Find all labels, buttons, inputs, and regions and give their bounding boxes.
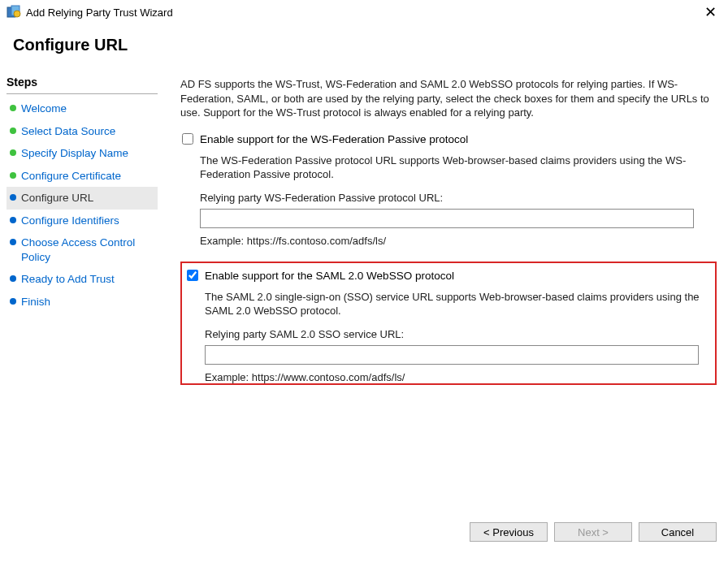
step-item-6[interactable]: Choose Access Control Policy [6, 231, 158, 268]
step-label: Welcome [21, 102, 67, 116]
cancel-button[interactable]: Cancel [639, 522, 717, 542]
step-item-5[interactable]: Configure Identifiers [6, 210, 158, 232]
step-bullet-icon [10, 172, 16, 179]
step-bullet-icon [10, 275, 16, 282]
step-bullet-icon [10, 217, 16, 223]
step-bullet-icon [10, 149, 16, 156]
step-label: Configure Certificate [21, 169, 121, 184]
previous-button[interactable]: < Previous [470, 522, 548, 542]
step-bullet-icon [10, 194, 16, 201]
step-label: Finish [21, 295, 50, 309]
saml-example: Example: https://www.contoso.com/adfs/ls… [205, 371, 710, 383]
step-bullet-icon [10, 105, 16, 111]
titlebar: Add Relying Party Trust Wizard ✕ [0, 0, 728, 24]
steps-header: Steps [6, 72, 158, 94]
close-icon[interactable]: ✕ [700, 5, 720, 19]
step-label: Select Data Source [21, 124, 115, 139]
wsfed-url-label: Relying party WS-Federation Passive prot… [200, 192, 715, 204]
step-bullet-icon [10, 128, 16, 134]
intro-text: AD FS supports the WS-Trust, WS-Federati… [180, 77, 717, 120]
step-label: Configure URL [21, 191, 93, 205]
step-bullet-icon [10, 298, 16, 305]
saml-url-label: Relying party SAML 2.0 SSO service URL: [205, 328, 710, 340]
svg-point-2 [14, 11, 20, 17]
wsfed-checkbox-row[interactable]: Enable support for the WS-Federation Pas… [182, 133, 715, 145]
saml-description: The SAML 2.0 single-sign-on (SSO) servic… [205, 290, 710, 318]
step-item-2[interactable]: Specify Display Name [6, 142, 158, 165]
step-item-8[interactable]: Finish [6, 291, 158, 313]
steps-list: WelcomeSelect Data SourceSpecify Display… [6, 97, 158, 313]
step-item-3[interactable]: Configure Certificate [6, 165, 158, 188]
page-heading: Configure URL [0, 24, 728, 72]
saml-checkbox[interactable] [187, 270, 198, 281]
step-label: Choose Access Control Policy [21, 236, 154, 264]
wsfed-section: Enable support for the WS-Federation Pas… [180, 133, 717, 247]
step-item-0[interactable]: Welcome [6, 97, 158, 120]
step-label: Specify Display Name [21, 146, 128, 161]
wsfed-description: The WS-Federation Passive protocol URL s… [200, 153, 715, 182]
step-item-1[interactable]: Select Data Source [6, 120, 158, 143]
wsfed-checkbox[interactable] [182, 133, 193, 145]
saml-url-input[interactable] [205, 345, 699, 365]
saml-section: Enable support for the SAML 2.0 WebSSO p… [180, 262, 717, 385]
wsfed-checkbox-label: Enable support for the WS-Federation Pas… [200, 133, 468, 145]
step-bullet-icon [10, 239, 16, 245]
saml-checkbox-label: Enable support for the SAML 2.0 WebSSO p… [205, 270, 454, 282]
main-panel: AD FS supports the WS-Trust, WS-Federati… [162, 72, 728, 550]
step-item-7[interactable]: Ready to Add Trust [6, 268, 158, 291]
steps-sidebar: Steps WelcomeSelect Data SourceSpecify D… [0, 72, 162, 550]
saml-checkbox-row[interactable]: Enable support for the SAML 2.0 WebSSO p… [187, 270, 710, 282]
next-button[interactable]: Next > [554, 522, 632, 542]
step-label: Ready to Add Trust [21, 272, 115, 287]
wsfed-example: Example: https://fs.contoso.com/adfs/ls/ [200, 235, 715, 247]
content-columns: Steps WelcomeSelect Data SourceSpecify D… [0, 72, 728, 550]
wizard-footer: < Previous Next > Cancel [470, 522, 717, 542]
wsfed-url-input[interactable] [200, 209, 694, 228]
step-label: Configure Identifiers [21, 214, 119, 228]
step-item-4[interactable]: Configure URL [6, 187, 158, 210]
app-icon [6, 5, 21, 19]
window-title: Add Relying Party Trust Wizard [26, 6, 700, 19]
